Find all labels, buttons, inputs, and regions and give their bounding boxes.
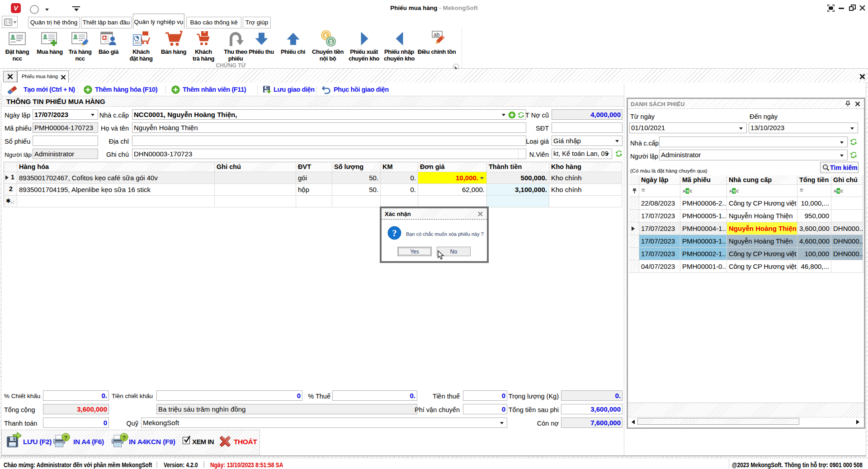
svg-text:€: € [324, 32, 327, 39]
svg-text:ab: ab [434, 32, 440, 38]
svg-text:?: ? [123, 434, 126, 441]
svg-text:A: A [729, 189, 732, 193]
svg-text:$: $ [329, 38, 333, 45]
svg-text:A: A [834, 189, 836, 193]
svg-text:B: B [837, 189, 840, 193]
svg-text:?: ? [64, 434, 68, 441]
svg-text:C: C [841, 189, 844, 193]
svg-text:C: C [690, 189, 693, 193]
svg-text:A: A [683, 189, 685, 193]
svg-text:C: C [736, 189, 739, 193]
svg-text:?: ? [392, 228, 397, 239]
svg-text:B: B [686, 189, 689, 193]
svg-text:B: B [733, 189, 736, 193]
